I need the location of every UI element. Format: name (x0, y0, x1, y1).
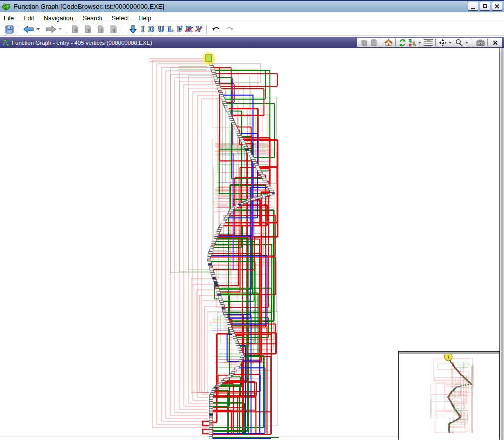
next-function-button[interactable] (82, 24, 94, 35)
page-arrow-down-icon (70, 25, 79, 34)
window-title: Function Graph [CodeBrowser: tst:/000000… (14, 3, 466, 10)
page-arrow-up-icon (109, 25, 118, 34)
window-right-frame[interactable] (499, 48, 504, 440)
magnify-button[interactable] (454, 38, 464, 47)
back-dropdown-caret[interactable] (37, 28, 40, 30)
save-button[interactable] (3, 24, 15, 35)
relayout-button[interactable] (398, 38, 407, 47)
menu-item-select[interactable]: Select (111, 15, 129, 22)
back-arrow-icon (23, 25, 34, 33)
copy-icon (360, 39, 368, 47)
home-button[interactable] (383, 38, 393, 47)
satellite-canvas[interactable] (399, 352, 499, 440)
toolbar-separator (487, 39, 488, 46)
satellite-grip[interactable] (399, 352, 499, 354)
main-toolbar: I D U L F R V (0, 23, 504, 36)
forward-arrow-icon (45, 25, 56, 33)
forward-button[interactable] (45, 24, 57, 35)
toolbar-separator (65, 25, 65, 34)
layout-dropdown-caret[interactable] (418, 42, 421, 44)
toolbar-letter-r-struck[interactable]: R (186, 25, 192, 33)
close-icon: ✕ (494, 3, 500, 10)
toolbar-separator (435, 39, 436, 46)
title-bar[interactable]: Function Graph [CodeBrowser: tst:/000000… (0, 0, 504, 12)
page-arrow-down-icon (96, 25, 105, 34)
toolbar-separator (19, 25, 19, 34)
block-format-button[interactable] (423, 38, 433, 47)
refresh-icon (399, 39, 406, 47)
toolbar-letter-l[interactable]: L (168, 25, 173, 33)
toolbar-letter-d[interactable]: D (148, 25, 154, 33)
redo-button[interactable] (223, 24, 235, 35)
prev-data-button[interactable] (95, 24, 106, 35)
home-icon (384, 39, 393, 46)
graph-provider-title: Function Graph - entry - 405 vertices (0… (12, 40, 357, 46)
magnifier-icon (455, 39, 464, 47)
prev-function-button[interactable] (69, 24, 81, 35)
graph-provider-header[interactable]: Function Graph - entry - 405 vertices (0… (0, 37, 504, 48)
snapshot-button[interactable] (475, 38, 485, 47)
paste-icon (370, 39, 378, 47)
undo-button[interactable] (210, 24, 222, 35)
save-icon (5, 25, 14, 34)
menu-item-help[interactable]: Help (138, 15, 151, 22)
down-arrow-icon (129, 25, 137, 34)
forward-dropdown-caret[interactable] (59, 28, 62, 30)
toolbar-letter-f[interactable]: F (177, 25, 182, 33)
redo-icon (225, 26, 234, 33)
menu-item-file[interactable]: File (4, 15, 14, 22)
toolbar-separator (381, 39, 381, 46)
menu-item-edit[interactable]: Edit (23, 15, 34, 22)
go-down-button[interactable] (127, 24, 139, 35)
undo-icon (212, 26, 221, 33)
pan-mode-dropdown-caret[interactable] (449, 42, 452, 44)
copy-button[interactable] (359, 38, 369, 47)
menu-item-navigation[interactable]: Navigation (44, 15, 73, 22)
maximize-icon (483, 4, 487, 8)
layout-graph-icon (408, 39, 416, 47)
close-graph-button[interactable]: ✕ (490, 39, 501, 46)
pan-mode-button[interactable] (438, 38, 448, 47)
toolbar-separator (206, 25, 207, 34)
magnify-dropdown-caret[interactable] (465, 42, 468, 44)
menu-bar: File Edit Navigation Search Select Help (0, 14, 504, 23)
toolbar-letter-v-struck[interactable]: V (196, 25, 202, 33)
toolbar-separator (395, 39, 396, 46)
back-button[interactable] (23, 24, 35, 35)
toolbar-letter-u[interactable]: U (158, 25, 164, 33)
next-data-button[interactable] (107, 24, 119, 35)
toolbar-letter-i[interactable]: I (141, 25, 144, 33)
menu-item-search[interactable]: Search (83, 15, 102, 22)
toolbar-separator (473, 39, 473, 46)
minimize-icon (471, 8, 475, 9)
page-arrow-up-icon (83, 25, 92, 34)
camera-icon (476, 39, 485, 46)
close-button[interactable]: ✕ (492, 2, 502, 11)
satellite-view[interactable] (398, 351, 500, 440)
minimize-button[interactable] (468, 2, 478, 11)
function-graph-window: Function Graph [CodeBrowser: tst:/000000… (0, 0, 504, 440)
function-graph-icon (2, 39, 9, 46)
four-way-arrow-icon (439, 39, 447, 47)
ghidra-dragon-icon (2, 2, 11, 10)
layout-chooser-button[interactable] (407, 38, 417, 47)
graph-local-toolbar: ✕ (357, 38, 502, 47)
block-format-icon (424, 39, 433, 46)
toolbar-separator (123, 25, 123, 34)
maximize-button[interactable] (480, 2, 490, 11)
paste-button[interactable] (369, 38, 379, 47)
